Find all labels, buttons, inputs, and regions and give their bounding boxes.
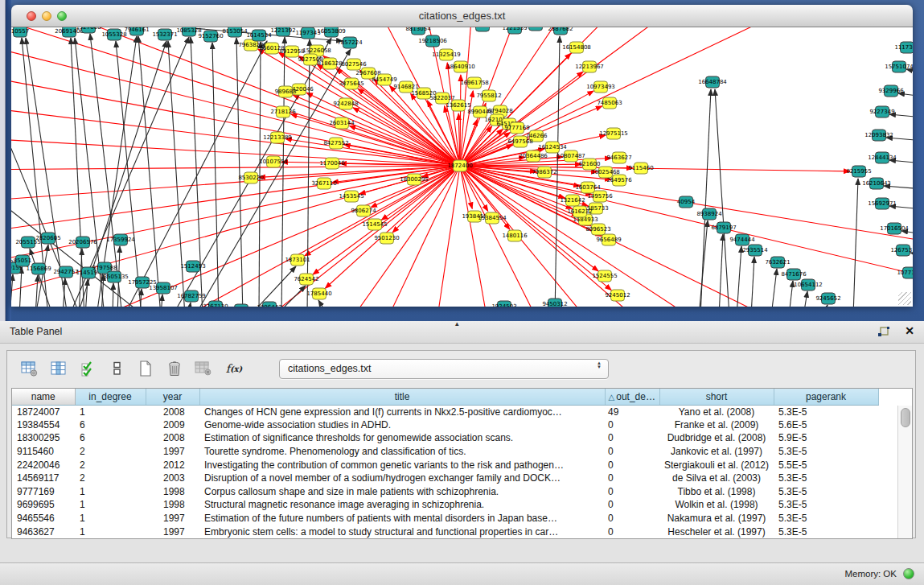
graph-node-teal[interactable]: 9245652 bbox=[815, 293, 840, 304]
delete-column-button[interactable] bbox=[164, 358, 185, 379]
graph-edge[interactable] bbox=[737, 246, 741, 307]
cell-out_de[interactable]: 0 bbox=[605, 445, 659, 459]
cell-name[interactable]: 9115460 bbox=[12, 445, 75, 459]
cell-title[interactable]: Structural magnetic resonance image aver… bbox=[199, 498, 605, 512]
cell-pagerank[interactable]: 5.5E-5 bbox=[774, 458, 878, 472]
column-header-short[interactable]: short bbox=[659, 389, 774, 405]
graph-edge[interactable] bbox=[719, 234, 723, 307]
function-builder-button[interactable]: f(x) bbox=[222, 358, 246, 379]
graph-node-yellow[interactable]: 16154808 bbox=[562, 42, 591, 53]
column-header-title[interactable]: title bbox=[199, 389, 605, 405]
graph-edge[interactable] bbox=[700, 89, 711, 307]
column-header-in_degree[interactable]: in_degree bbox=[75, 389, 146, 405]
cell-title[interactable]: Tourette syndrome. Phenomenology and cla… bbox=[199, 445, 605, 459]
graph-node-yellow[interactable]: 10973493 bbox=[586, 81, 615, 93]
graph-node-yellow[interactable]: 9501230 bbox=[374, 233, 399, 244]
graph-edge[interactable] bbox=[161, 295, 162, 307]
cell-in_degree[interactable]: 1 bbox=[75, 405, 146, 418]
cell-short[interactable]: Tibbo et al. (1998) bbox=[659, 485, 774, 499]
graph-node-teal[interactable]: 9245032 bbox=[228, 304, 253, 307]
graph-node-teal[interactable]: 9450312 bbox=[542, 299, 567, 307]
graph-node-teal[interactable]: 1806442 bbox=[257, 302, 281, 307]
graph-edge[interactable] bbox=[11, 122, 80, 307]
cell-in_degree[interactable]: 1 bbox=[75, 485, 146, 499]
graph-edge[interactable] bbox=[751, 257, 754, 307]
graph-edge[interactable] bbox=[188, 303, 191, 307]
cell-name[interactable]: 19384554 bbox=[12, 418, 75, 432]
graph-node-yellow[interactable]: 18640910 bbox=[446, 61, 475, 72]
create-column-button[interactable] bbox=[135, 358, 156, 379]
cell-year[interactable]: 1997 bbox=[146, 512, 199, 525]
graph-node-teal[interactable]: 40954 bbox=[677, 196, 696, 208]
cell-title[interactable]: Changes of HCN gene expression and I(f) … bbox=[199, 405, 605, 418]
row-selection-mode-button[interactable] bbox=[106, 358, 127, 379]
cell-title[interactable]: Corpus callosum shape and size in male p… bbox=[199, 485, 605, 499]
cell-in_degree[interactable]: 2 bbox=[75, 472, 146, 485]
cell-pagerank[interactable]: 5.3E-5 bbox=[774, 405, 878, 418]
table-row[interactable]: 911546021997Tourette syndrome. Phenomeno… bbox=[12, 445, 912, 459]
graph-node-yellow[interactable]: 7955812 bbox=[476, 90, 501, 101]
memory-ok-indicator[interactable] bbox=[903, 568, 914, 579]
cell-title[interactable]: Embryonic stem cells: a model to study s… bbox=[199, 525, 605, 538]
graph-node-teal[interactable]: 1267531 bbox=[890, 245, 913, 256]
graph-node-teal[interactable]: 19218506 bbox=[418, 35, 447, 47]
cell-in_degree[interactable]: 1 bbox=[75, 498, 146, 512]
cell-year[interactable]: 2008 bbox=[146, 405, 199, 418]
cell-out_de[interactable]: 0 bbox=[605, 525, 659, 538]
graph-node-teal[interactable]: 10557 bbox=[11, 27, 29, 37]
table-row[interactable]: 946554611997Estimation of the future num… bbox=[12, 512, 912, 525]
cell-year[interactable]: 1998 bbox=[146, 485, 199, 499]
graph-node-teal[interactable]: 8813054 bbox=[405, 27, 431, 35]
cell-short[interactable]: Franke et al. (2009) bbox=[659, 418, 774, 432]
table-row[interactable]: 1830029562008Estimation of significance … bbox=[12, 431, 912, 445]
graph-edge[interactable] bbox=[145, 166, 460, 307]
graph-edge[interactable] bbox=[771, 269, 777, 307]
cell-in_degree[interactable]: 6 bbox=[75, 418, 146, 432]
graph-node-teal[interactable]: 2942757 bbox=[53, 266, 78, 278]
table-options-button[interactable] bbox=[19, 358, 40, 379]
graph-edge[interactable] bbox=[11, 166, 460, 170]
graph-node-teal[interactable]: 9474444 bbox=[729, 234, 755, 245]
cell-short[interactable]: Stergiakouli et al. (2012) bbox=[659, 458, 774, 472]
graph-node-yellow[interactable]: 1524555 bbox=[592, 270, 617, 282]
select-all-rows-button[interactable] bbox=[77, 358, 98, 379]
graph-edge[interactable] bbox=[285, 139, 460, 166]
table-row[interactable]: 977716911998Corpus callosum shape and si… bbox=[12, 485, 912, 499]
cell-name[interactable]: 18300295 bbox=[12, 431, 75, 445]
graph-node-teal[interactable]: 2935514 bbox=[742, 245, 768, 256]
graph-node-teal[interactable]: 1532371 bbox=[152, 29, 177, 40]
graph-edge[interactable] bbox=[116, 41, 142, 307]
graph-node-yellow[interactable]: 12975115 bbox=[599, 128, 628, 139]
table-row[interactable]: 946362711997Embryonic stem cells: a mode… bbox=[12, 525, 912, 538]
graph-node-teal[interactable]: 10654112 bbox=[794, 279, 823, 290]
cell-pagerank[interactable]: 5.3E-5 bbox=[774, 498, 878, 512]
scrollbar-thumb[interactable] bbox=[901, 408, 910, 427]
cell-year[interactable]: 2009 bbox=[146, 418, 199, 432]
cell-short[interactable]: Wolkin et al. (1998) bbox=[659, 498, 774, 512]
graph-node-teal[interactable]: 85051 bbox=[14, 255, 31, 266]
graph-edge[interactable] bbox=[803, 291, 807, 307]
graph-node-teal[interactable]: 9152760 bbox=[198, 31, 223, 42]
graph-node-yellow[interactable]: 9245012 bbox=[605, 290, 630, 301]
cell-title[interactable]: Estimation of the future numbers of pati… bbox=[199, 512, 605, 525]
column-header-name[interactable]: name bbox=[12, 389, 75, 405]
cell-pagerank[interactable]: 5.3E-5 bbox=[774, 472, 878, 485]
table-row[interactable]: 969969511998Structural magnetic resonanc… bbox=[12, 498, 912, 512]
graph-edge[interactable] bbox=[241, 166, 460, 307]
cell-name[interactable]: 9463627 bbox=[12, 525, 75, 538]
cell-out_de[interactable]: 49 bbox=[605, 405, 659, 418]
graph-node-teal[interactable]: 1156869 bbox=[26, 263, 51, 274]
graph-edge[interactable] bbox=[71, 38, 84, 307]
graph-edge[interactable] bbox=[789, 281, 793, 307]
column-header-out_de[interactable]: △out_de… bbox=[605, 389, 659, 405]
table-row[interactable]: 1456911722003Disruption of a novel membe… bbox=[12, 472, 912, 485]
graph-node-teal[interactable]: 8938924 bbox=[696, 208, 722, 220]
cell-title[interactable]: Investigating the contribution of common… bbox=[199, 458, 605, 472]
cell-name[interactable]: 22420046 bbox=[12, 458, 75, 472]
cell-in_degree[interactable]: 1 bbox=[75, 512, 146, 525]
cell-name[interactable]: 9777169 bbox=[12, 485, 75, 499]
cell-short[interactable]: Nakamura et al. (1997) bbox=[659, 512, 774, 525]
graph-edge[interactable] bbox=[79, 249, 82, 307]
graph-node-teal[interactable]: 6879197 bbox=[711, 222, 736, 233]
cell-year[interactable]: 1997 bbox=[146, 525, 199, 538]
